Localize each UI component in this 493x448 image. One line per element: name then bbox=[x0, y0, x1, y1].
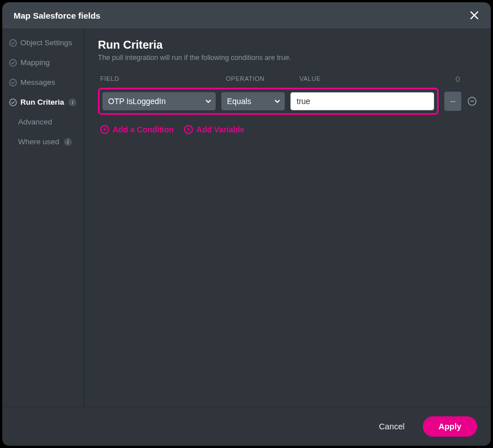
minus-circle-icon bbox=[468, 97, 477, 106]
check-icon bbox=[9, 59, 17, 67]
field-select-value: OTP IsLoggedIn bbox=[108, 97, 166, 106]
modal-header: Map Salesforce fields bbox=[2, 2, 491, 28]
sidebar-item-label: Mapping bbox=[20, 58, 50, 67]
chevron-down-icon bbox=[275, 97, 280, 106]
sidebar-item-label: Messages bbox=[20, 78, 55, 87]
plus-circle-icon: + bbox=[184, 125, 193, 134]
info-icon: i bbox=[64, 138, 72, 146]
sidebar-item-label: Where used bbox=[18, 137, 59, 146]
chevron-down-icon bbox=[205, 97, 211, 106]
add-variable-link[interactable]: + Add Variable bbox=[184, 125, 245, 134]
action-links: + Add a Condition + Add Variable bbox=[98, 125, 477, 134]
cancel-button[interactable]: Cancel bbox=[372, 417, 411, 436]
col-header-operation: OPERATION bbox=[226, 75, 293, 82]
close-button[interactable] bbox=[469, 10, 479, 20]
close-icon bbox=[469, 10, 479, 20]
value-input[interactable] bbox=[290, 92, 434, 110]
sidebar-item-label: Run Criteria bbox=[20, 98, 64, 106]
page-title: Run Criteria bbox=[98, 38, 477, 51]
col-header-value: VALUE bbox=[299, 75, 434, 82]
group-button[interactable]: -- bbox=[444, 92, 461, 111]
col-header-field: FIELD bbox=[100, 75, 219, 82]
highlighted-condition: OTP IsLoggedIn Equals bbox=[98, 88, 439, 115]
col-header-group: () bbox=[441, 75, 475, 82]
add-variable-label: Add Variable bbox=[196, 125, 245, 134]
add-condition-label: Add a Condition bbox=[113, 125, 174, 134]
modal-title: Map Salesforce fields bbox=[14, 11, 100, 20]
sidebar-item-label: Object Settings bbox=[20, 38, 72, 47]
sidebar-item-where-used[interactable]: Where used i bbox=[2, 132, 84, 152]
remove-condition-button[interactable] bbox=[467, 96, 477, 106]
plus-circle-icon: + bbox=[100, 125, 109, 134]
add-condition-link[interactable]: + Add a Condition bbox=[100, 125, 174, 134]
sidebar-item-run-criteria[interactable]: Run Criteria i bbox=[2, 92, 84, 112]
check-icon bbox=[9, 98, 17, 106]
sidebar-item-object-settings[interactable]: Object Settings bbox=[2, 33, 84, 53]
sidebar: Object Settings Mapping Messages Run Cri… bbox=[2, 28, 84, 407]
apply-button[interactable]: Apply bbox=[423, 416, 477, 437]
page-subtitle: The pull integration will run if the fol… bbox=[98, 54, 477, 62]
modal: Map Salesforce fields Object Settings Ma… bbox=[2, 2, 491, 446]
check-icon bbox=[9, 79, 17, 87]
operation-select-value: Equals bbox=[227, 97, 251, 106]
sidebar-item-advanced[interactable]: Advanced bbox=[2, 112, 84, 132]
info-icon: i bbox=[68, 98, 76, 106]
column-headers: FIELD OPERATION VALUE () bbox=[98, 75, 477, 82]
field-select[interactable]: OTP IsLoggedIn bbox=[102, 92, 216, 110]
modal-body: Object Settings Mapping Messages Run Cri… bbox=[2, 28, 491, 407]
condition-row: OTP IsLoggedIn Equals -- bbox=[98, 88, 477, 115]
main-panel: Run Criteria The pull integration will r… bbox=[84, 28, 491, 407]
operation-select[interactable]: Equals bbox=[221, 92, 285, 110]
sidebar-item-mapping[interactable]: Mapping bbox=[2, 53, 84, 72]
modal-footer: Cancel Apply bbox=[2, 407, 491, 446]
sidebar-item-messages[interactable]: Messages bbox=[2, 72, 84, 92]
check-icon bbox=[9, 39, 17, 47]
sidebar-item-label: Advanced bbox=[18, 118, 52, 126]
